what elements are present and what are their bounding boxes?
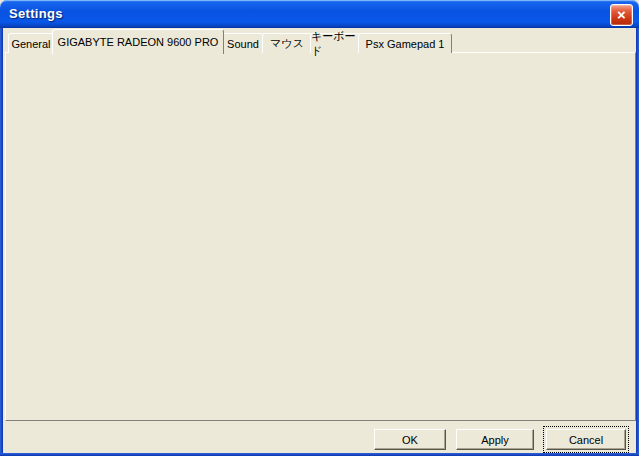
window-title: Settings (9, 6, 63, 21)
title-bar[interactable]: Settings × (0, 0, 639, 28)
cancel-button[interactable]: Cancel (546, 429, 626, 450)
tab-psx-gamepad-1[interactable]: Psx Gamepad 1 (358, 33, 452, 53)
tab-keyboard[interactable]: キーボード (310, 33, 360, 53)
tab-general[interactable]: General (8, 33, 54, 53)
tab-page (5, 52, 636, 421)
tab-sound[interactable]: Sound (222, 33, 264, 53)
tab-gigabyte-radeon-9600-pro[interactable]: GIGABYTE RADEON 9600 PRO (52, 29, 224, 54)
tab-mouse[interactable]: マウス (262, 33, 312, 53)
close-button[interactable]: × (610, 4, 633, 26)
settings-window: Settings × General GIGABYTE RADEON 9600 … (0, 0, 639, 456)
close-icon: × (617, 7, 626, 22)
apply-button[interactable]: Apply (456, 429, 534, 450)
ok-button[interactable]: OK (374, 429, 446, 450)
